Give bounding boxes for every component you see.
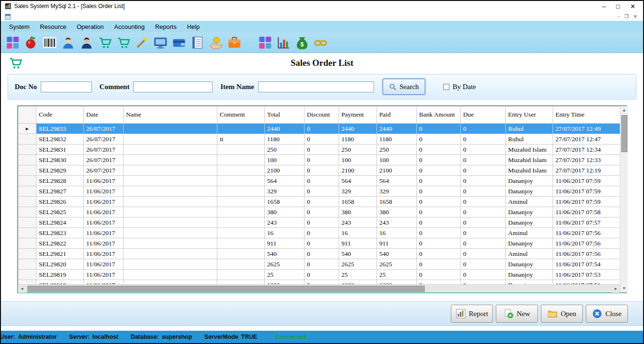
column-header-total[interactable]: Total [265,107,304,124]
cell[interactable]: 0 [417,134,461,145]
cell[interactable]: 1658 [265,197,304,207]
cell[interactable]: 25 [377,270,417,280]
cell[interactable]: 0 [417,207,461,217]
cell[interactable]: 0 [461,134,506,145]
cell[interactable]: Aminul [506,228,553,238]
cell[interactable]: 0 [304,280,339,285]
cell[interactable]: 16 [339,228,377,238]
cell[interactable]: 100 [377,155,417,165]
cell[interactable]: 250 [377,145,417,155]
row-selector[interactable] [18,207,36,217]
cell[interactable]: 0 [461,217,506,228]
column-header-discount[interactable]: Discount [304,107,339,124]
hand-coin-icon[interactable] [209,36,223,50]
cell[interactable] [217,165,265,176]
cell[interactable]: 0 [461,145,506,155]
cell[interactable]: 11/06/2017 [84,249,124,259]
table-row[interactable]: SEL2982411/06/2017243024324300Dananjoy11… [18,217,620,228]
cell[interactable]: 540 [265,249,304,259]
cell[interactable]: 0 [417,270,461,280]
cell[interactable]: 2625 [377,259,417,270]
cell[interactable]: 0 [461,228,506,238]
cell[interactable]: Dananjoy [506,176,553,186]
cell[interactable]: 11/06/2017 [84,186,124,197]
cell[interactable]: 11/06/2017 [84,270,124,280]
cell[interactable]: Dananjoy [506,207,553,217]
cell[interactable] [217,155,265,165]
cell[interactable]: 0 [461,186,506,197]
cell[interactable] [124,124,217,134]
table-row[interactable]: SEL2982311/06/2017160161600Aminul11/06/2… [18,228,620,238]
table-row[interactable]: SEL2982511/06/2017380038038000Dananjoy11… [18,207,620,217]
cell[interactable]: SEL29833 [36,124,84,134]
cell[interactable] [124,155,217,165]
cell[interactable]: SEL29826 [36,197,84,207]
minimize-icon[interactable]: – [602,3,606,9]
cell[interactable]: 27/07/2017 12:33 [553,155,620,165]
cell[interactable]: 0 [304,207,339,217]
row-selector[interactable] [18,217,36,228]
cell[interactable]: 11/06/2017 07:59 [553,197,620,207]
cell[interactable]: 2100 [339,165,377,176]
cell[interactable]: 1222 [339,280,377,285]
comment-input[interactable] [133,81,213,92]
cell[interactable]: SEL29832 [36,134,84,145]
cell[interactable]: 0 [304,124,339,134]
row-selector[interactable] [18,259,36,270]
monitor-icon[interactable] [153,36,168,50]
cell[interactable]: 1180 [339,134,377,145]
cell[interactable]: 1222 [377,280,417,285]
cell[interactable] [124,145,217,155]
cell[interactable]: 0 [417,259,461,270]
cell[interactable]: 0 [461,155,506,165]
cell[interactable]: 0 [304,186,339,197]
by-date-checkbox[interactable] [443,84,449,90]
modules-grid-icon[interactable] [6,36,20,50]
cell[interactable]: Dananjoy [506,238,553,249]
cell[interactable]: 100 [265,155,304,165]
scroll-down-icon[interactable]: ▼ [620,284,628,292]
open-button[interactable]: Open [541,305,583,323]
cell[interactable]: 911 [339,238,377,249]
cell[interactable] [217,259,265,270]
close-button[interactable]: Close [586,305,628,323]
cell[interactable]: SEL29820 [36,259,84,270]
table-row[interactable]: SEL2982711/06/2017329032932900Dananjoy11… [18,186,620,197]
row-selector[interactable] [18,228,36,238]
mdi-close-icon[interactable]: ✕ [634,14,637,19]
cell[interactable]: 911 [265,238,304,249]
cell[interactable]: 11/06/2017 07:56 [553,228,620,238]
menu-item-accounting[interactable]: Accounting [109,22,150,32]
horizontal-scroll-thumb[interactable] [27,286,425,292]
cell[interactable]: Dananjoy [506,259,553,270]
cell[interactable]: 25 [265,270,304,280]
column-header-date[interactable]: Date [84,107,124,124]
wallet-icon[interactable] [172,36,186,50]
cell[interactable]: 26/07/2017 [84,165,124,176]
cell[interactable]: Ruhul [506,124,553,134]
cell[interactable]: SEL29822 [36,238,84,249]
cell[interactable] [124,238,217,249]
cell[interactable]: 1658 [377,197,417,207]
cell[interactable]: 11/06/2017 [84,197,124,207]
cell[interactable] [124,217,217,228]
row-selector[interactable] [18,249,36,259]
shopping-cart-2-icon[interactable] [116,36,131,50]
cell[interactable] [217,280,265,285]
cell[interactable]: 0 [417,155,461,165]
cell[interactable]: 1180 [265,134,304,145]
row-selector[interactable] [18,197,36,207]
table-row[interactable]: SEL2982211/06/2017911091191100Dananjoy11… [18,238,620,249]
cell[interactable]: 0 [461,270,506,280]
cell[interactable]: 380 [339,207,377,217]
cell[interactable]: 329 [265,186,304,197]
cell[interactable]: 27/07/2017 12:49 [553,124,620,134]
cell[interactable]: 11/06/2017 [84,280,124,285]
ledger-book-icon[interactable] [190,36,205,50]
cell[interactable]: SEL29825 [36,207,84,217]
cell[interactable]: 1658 [339,197,377,207]
cell[interactable]: 0 [417,249,461,259]
cell[interactable]: 0 [417,217,461,228]
cell[interactable] [217,145,265,155]
cell[interactable]: SEL29829 [36,165,84,176]
